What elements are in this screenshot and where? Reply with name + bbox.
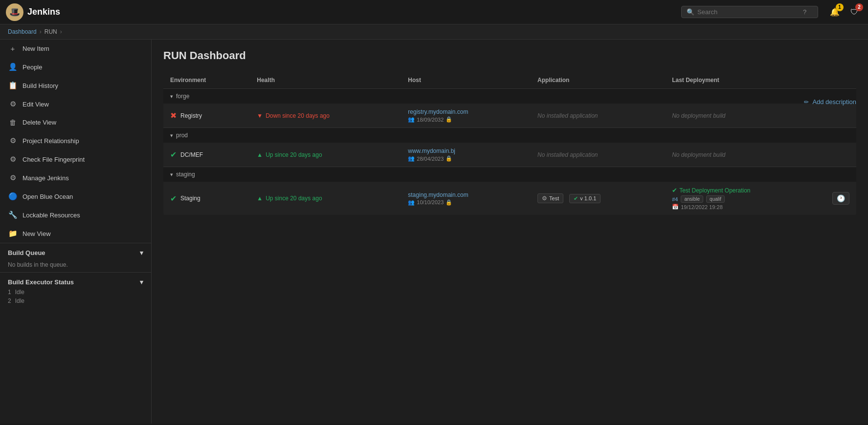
sidebar-item-edit-view[interactable]: ⚙ Edit View xyxy=(0,95,151,113)
main-content: ✏ Add description RUN Dashboard Environm… xyxy=(152,40,868,424)
page-title: RUN Dashboard xyxy=(163,49,856,62)
sidebar-item-lockable-resources[interactable]: 🔧 Lockable Resources xyxy=(0,206,151,224)
lock-icon-staging: 🔒 xyxy=(445,199,452,206)
build-executor-header[interactable]: Build Executor Status ▾ xyxy=(8,276,143,288)
app-staging-container: ⚙ Test ✔ v 1.0.1 xyxy=(537,193,658,203)
sidebar-item-manage-jenkins[interactable]: ⚙ Manage Jenkins xyxy=(0,169,151,187)
group-prod-label: ▾ prod xyxy=(170,132,849,139)
sidebar-label-open-blue-ocean: Open Blue Ocean xyxy=(22,193,73,200)
delete-icon: 🗑 xyxy=(8,118,18,127)
alerts-button[interactable]: 🛡 2 xyxy=(846,4,862,20)
host-link-dcmef[interactable]: www.mydomain.bj xyxy=(408,148,455,154)
executor-1-num: 1 xyxy=(8,289,11,296)
deployment-history-button[interactable]: 🕐 xyxy=(832,192,849,205)
group-forge-name: forge xyxy=(176,93,189,100)
alerts-badge: 2 xyxy=(855,3,863,11)
sidebar-label-lockable-resources: Lockable Resources xyxy=(22,212,80,219)
deploy-cell-dcmef: No deployment build xyxy=(665,143,856,167)
pencil-icon: ✏ xyxy=(804,99,809,106)
build-executor-section: Build Executor Status ▾ 1 Idle 2 Idle xyxy=(0,272,151,307)
group-staging-chevron[interactable]: ▾ xyxy=(170,171,173,178)
sidebar-item-build-history[interactable]: 📋 Build History xyxy=(0,76,151,95)
env-name-registry: ✖ Registry xyxy=(170,111,243,120)
group-prod-chevron[interactable]: ▾ xyxy=(170,132,173,139)
deploy-ok-icon: ✔ xyxy=(672,187,677,194)
up-arrow-icon-staging: ▲ xyxy=(257,195,263,202)
executor-2-status: Idle xyxy=(15,298,24,304)
sidebar-item-new-item[interactable]: + New Item xyxy=(0,40,151,58)
sidebar-label-project-relationship: Project Relationship xyxy=(22,137,79,145)
search-input[interactable] xyxy=(697,8,800,16)
group-prod: ▾ prod xyxy=(163,128,856,143)
sidebar-item-check-fingerprint[interactable]: ⚙ Check File Fingerprint xyxy=(0,150,151,169)
group-forge-chevron[interactable]: ▾ xyxy=(170,93,173,100)
sidebar-item-delete-view[interactable]: 🗑 Delete View xyxy=(0,113,151,131)
host-cell-dcmef: www.mydomain.bj 👥 28/04/2023 🔒 xyxy=(401,143,531,167)
host-date-dcmef: 28/04/2023 xyxy=(417,156,444,162)
sidebar-label-people: People xyxy=(22,64,42,71)
deploy-link-staging[interactable]: Test Deployment Operation xyxy=(679,187,750,194)
user-group-icon: 👥 xyxy=(408,116,415,123)
history-icon: 📋 xyxy=(8,81,18,90)
dashboard-table: Environment Health Host Application Last… xyxy=(163,72,856,215)
build-executor-chevron: ▾ xyxy=(140,278,143,286)
app-badge-staging: ⚙ Test xyxy=(537,193,563,203)
host-link-staging[interactable]: staging.mydomain.com xyxy=(408,191,468,198)
build-queue-header[interactable]: Build Queue ▾ xyxy=(8,247,143,258)
deploy-cell-staging: ✔ Test Deployment Operation #4 ansible q… xyxy=(665,182,856,215)
plus-icon: + xyxy=(8,44,18,53)
sidebar-item-project-relationship[interactable]: ⚙ Project Relationship xyxy=(0,131,151,150)
manage-icon: ⚙ xyxy=(8,173,18,182)
host-meta-staging: 👥 10/10/2023 🔒 xyxy=(408,199,524,206)
env-cell-registry: ✖ Registry xyxy=(163,104,250,128)
notifications-badge: 1 xyxy=(836,3,844,11)
status-ok-icon-dcmef: ✔ xyxy=(170,150,177,159)
notifications-button[interactable]: 🔔 1 xyxy=(827,4,843,20)
sidebar-item-open-blue-ocean[interactable]: 🔵 Open Blue Ocean xyxy=(0,187,151,206)
sidebar-label-new-view: New View xyxy=(22,230,51,237)
status-error-icon: ✖ xyxy=(170,111,177,120)
host-link-registry[interactable]: registry.mydomain.com xyxy=(408,108,468,115)
logo-text: Jenkins xyxy=(27,7,60,17)
deploy-tag-qualif: qualif xyxy=(706,195,725,203)
health-cell-dcmef: ▲ Up since 20 days ago xyxy=(250,143,401,167)
executor-row-2: 2 Idle xyxy=(8,297,143,305)
calendar-icon: 📅 xyxy=(672,204,679,210)
app-name-staging: Test xyxy=(549,195,559,201)
table-row: ✔ DC/MEF ▲ Up since 20 days ago www.mydo… xyxy=(163,143,856,167)
breadcrumb-sep-1: › xyxy=(40,28,42,35)
status-ok-icon-staging: ✔ xyxy=(170,194,177,203)
col-environment: Environment xyxy=(163,72,250,89)
build-queue-chevron: ▾ xyxy=(140,249,143,256)
table-row: ✖ Registry ▼ Down since 20 days ago regi… xyxy=(163,104,856,128)
app-cell-staging: ⚙ Test ✔ v 1.0.1 xyxy=(531,182,665,215)
people-icon: 👤 xyxy=(8,63,18,71)
executor-row-1: 1 Idle xyxy=(8,288,143,297)
lock-resources-icon: 🔧 xyxy=(8,211,18,219)
sidebar: + New Item 👤 People 📋 Build History ⚙ Ed… xyxy=(0,40,152,424)
deploy-tag-ansible: ansible xyxy=(681,195,703,203)
build-queue-section: Build Queue ▾ No builds in the queue. xyxy=(0,243,151,272)
help-icon[interactable]: ? xyxy=(803,8,806,16)
sidebar-item-people[interactable]: 👤 People xyxy=(0,58,151,76)
build-queue-label: Build Queue xyxy=(8,249,45,256)
env-name-staging: ✔ Staging xyxy=(170,194,243,203)
build-queue-content: No builds in the queue. xyxy=(8,258,143,270)
env-cell-dcmef: ✔ DC/MEF xyxy=(163,143,250,167)
search-icon: 🔍 xyxy=(687,8,694,16)
deploy-tags-staging: #4 ansible qualif xyxy=(672,195,750,203)
table-row: ✔ Staging ▲ Up since 20 days ago staging… xyxy=(163,182,856,215)
sidebar-item-new-view[interactable]: 📁 New View xyxy=(0,224,151,243)
search-bar[interactable]: 🔍 ? xyxy=(681,6,818,18)
deploy-num-staging: #4 xyxy=(672,196,678,202)
add-description-button[interactable]: ✏ Add description xyxy=(804,98,856,106)
health-cell-staging: ▲ Up since 20 days ago xyxy=(250,182,401,215)
env-cell-staging: ✔ Staging xyxy=(163,182,250,215)
env-label-staging: Staging xyxy=(180,195,200,202)
breadcrumb-dashboard[interactable]: Dashboard xyxy=(8,28,37,35)
sidebar-label-manage-jenkins: Manage Jenkins xyxy=(22,174,69,182)
group-staging-label: ▾ staging xyxy=(170,171,849,178)
build-executor-label: Build Executor Status xyxy=(8,278,74,286)
no-app-registry: No installed application xyxy=(537,112,598,119)
sidebar-label-new-item: New Item xyxy=(22,45,49,52)
